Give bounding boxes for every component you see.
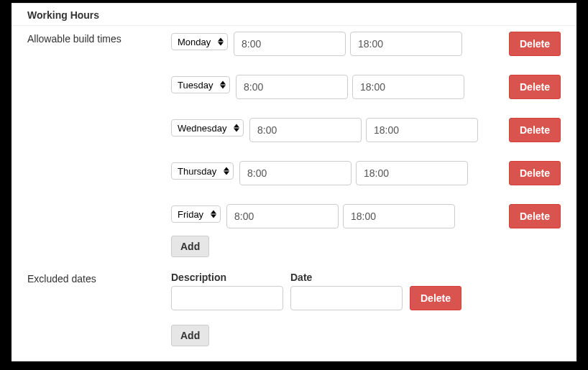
build-times-controls: Monday Delete Tuesday (171, 32, 561, 257)
working-hours-panel: Working Hours Allowable build times Mond… (12, 3, 576, 361)
build-time-row: Monday Delete (171, 32, 561, 56)
end-time-input[interactable] (352, 75, 464, 99)
start-time-input[interactable] (226, 204, 339, 228)
day-select[interactable]: Thursday (171, 162, 234, 180)
excluded-controls: Description Date Delete Add (171, 272, 561, 346)
delete-button[interactable]: Delete (509, 32, 561, 56)
panel-content: Allowable build times Monday Delete (12, 26, 576, 346)
allowable-build-times-group: Allowable build times Monday Delete (27, 32, 561, 257)
excluded-label: Excluded dates (27, 272, 171, 346)
end-time-input[interactable] (356, 161, 468, 185)
delete-button[interactable]: Delete (410, 286, 461, 310)
day-select-wrap: Thursday (171, 162, 234, 180)
start-time-input[interactable] (249, 118, 362, 142)
start-time-input[interactable] (239, 161, 352, 185)
day-select-wrap: Wednesday (171, 119, 244, 137)
day-select[interactable]: Friday (171, 205, 221, 223)
day-select-wrap: Friday (171, 205, 221, 223)
end-time-input[interactable] (343, 204, 455, 228)
build-time-row: Wednesday Delete (171, 118, 561, 142)
delete-button[interactable]: Delete (509, 118, 561, 142)
excluded-description-input[interactable] (171, 286, 283, 310)
day-select-wrap: Monday (171, 33, 228, 50)
end-time-input[interactable] (350, 32, 462, 56)
build-time-row: Tuesday Delete (171, 75, 561, 99)
section-title: Working Hours (12, 4, 576, 26)
excluded-header: Description Date (171, 272, 561, 283)
allowable-label: Allowable build times (27, 32, 171, 257)
add-build-time-button[interactable]: Add (171, 236, 209, 257)
day-select-wrap: Tuesday (171, 76, 230, 93)
start-time-input[interactable] (234, 32, 346, 56)
build-time-row: Thursday Delete (171, 161, 561, 185)
day-select[interactable]: Wednesday (171, 119, 244, 137)
end-time-input[interactable] (366, 118, 478, 142)
delete-button[interactable]: Delete (509, 161, 561, 185)
delete-button[interactable]: Delete (509, 204, 561, 228)
delete-button[interactable]: Delete (509, 75, 561, 99)
day-select[interactable]: Monday (171, 33, 228, 50)
day-select[interactable]: Tuesday (171, 76, 230, 93)
build-time-row: Friday Delete (171, 204, 561, 228)
excluded-dates-group: Excluded dates Description Date Delete A… (27, 272, 561, 346)
description-column-label: Description (171, 272, 283, 283)
start-time-input[interactable] (236, 75, 348, 99)
excluded-date-row: Delete (171, 286, 561, 310)
add-excluded-date-button[interactable]: Add (171, 325, 209, 346)
excluded-date-input[interactable] (290, 286, 403, 310)
date-column-label: Date (290, 272, 403, 283)
